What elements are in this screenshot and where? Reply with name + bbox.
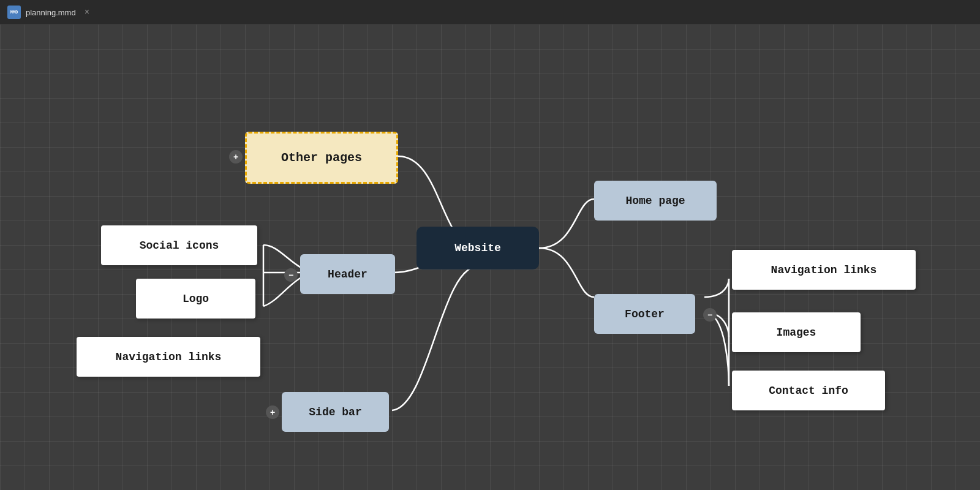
collapse-footer-button[interactable]: − <box>703 308 717 322</box>
node-nav-links-footer[interactable]: Navigation links <box>732 250 916 290</box>
titlebar: MMD planning.mmd × <box>0 0 980 24</box>
diagram-canvas: Website Other pages + Home page Header −… <box>0 24 980 490</box>
file-icon: MMD <box>7 6 21 19</box>
node-side-bar[interactable]: Side bar <box>282 392 389 432</box>
node-nav-links-header[interactable]: Navigation links <box>77 337 260 377</box>
node-contact-info[interactable]: Contact info <box>732 371 885 410</box>
node-social-icons[interactable]: Social icons <box>101 225 257 265</box>
close-button[interactable]: × <box>85 7 89 17</box>
collapse-sidebar-button[interactable]: + <box>266 405 279 419</box>
node-header[interactable]: Header <box>300 254 395 294</box>
node-home-page[interactable]: Home page <box>594 181 717 221</box>
node-images[interactable]: Images <box>732 312 861 352</box>
filename-label: planning.mmd <box>26 8 76 17</box>
node-footer[interactable]: Footer <box>594 294 695 334</box>
collapse-header-button[interactable]: − <box>284 268 298 282</box>
node-other-pages[interactable]: Other pages <box>245 132 398 184</box>
node-website[interactable]: Website <box>417 227 539 270</box>
collapse-other-pages-button[interactable]: + <box>229 150 243 164</box>
node-logo[interactable]: Logo <box>136 279 255 318</box>
